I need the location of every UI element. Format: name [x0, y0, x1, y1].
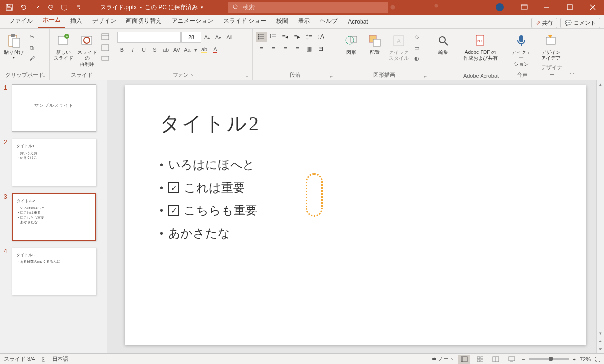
dialog-launcher-icon[interactable]: ⌐ — [246, 74, 248, 79]
section-icon[interactable] — [100, 53, 110, 63]
reuse-slides-button[interactable]: スライドの 再利用 — [76, 32, 98, 68]
shape-fill-icon[interactable]: ◇ — [412, 32, 422, 42]
sorter-view-icon[interactable] — [474, 355, 486, 364]
list-item[interactable]: •あかさたな — [160, 225, 551, 241]
shape-outline-icon[interactable]: ▭ — [412, 43, 422, 52]
list-item[interactable]: •✓これは重要 — [160, 180, 551, 196]
zoom-level[interactable]: 72% — [580, 356, 591, 362]
editing-button[interactable]: 編集 — [434, 32, 452, 56]
slide-title[interactable]: タイトル2 — [160, 110, 551, 137]
italic-icon[interactable]: I — [128, 45, 138, 54]
tab-insert[interactable]: 挿入 — [65, 15, 87, 28]
maximize-icon[interactable] — [558, 0, 581, 15]
tab-transitions[interactable]: 画面切り替え — [121, 15, 167, 28]
from-beginning-icon[interactable] — [59, 1, 71, 14]
slide-editor-area[interactable]: タイトル2 •いろはにほへと •✓これは重要 •✓こちらも重要 •あかさたな ▴… — [107, 80, 604, 353]
adobe-pdf-button[interactable]: PDF Adobe PDF の 作成および共有 — [458, 32, 503, 62]
undo-dropdown-icon[interactable] — [31, 1, 44, 14]
slideshow-view-icon[interactable] — [506, 355, 518, 364]
arrange-button[interactable]: 配置 — [364, 32, 386, 56]
next-slide-icon[interactable]: ⏷ — [597, 345, 604, 353]
new-slide-button[interactable]: + 新しい スライド — [53, 32, 74, 62]
clear-format-icon[interactable]: A⃠ — [224, 32, 234, 42]
design-ideas-button[interactable]: デザイン アイデア — [540, 32, 562, 62]
zoom-out-icon[interactable]: − — [522, 356, 525, 362]
align-right-icon[interactable]: ≡ — [280, 44, 291, 53]
qat-more-icon[interactable] — [72, 1, 85, 14]
zoom-in-icon[interactable]: + — [573, 356, 576, 362]
tab-acrobat[interactable]: Acrobat — [343, 16, 373, 28]
slide-thumbnail[interactable]: 4 タイトル3・ある日森のms くるるんに — [4, 248, 103, 295]
font-color-icon[interactable]: A — [210, 45, 220, 54]
scroll-up-icon[interactable]: ▴ — [597, 80, 604, 88]
paste-button[interactable]: 貼り付け ▾ — [3, 32, 25, 61]
shapes-button[interactable]: 図形 — [340, 32, 362, 56]
tab-design[interactable]: デザイン — [87, 15, 121, 28]
change-case-icon[interactable]: Aa — [182, 45, 192, 54]
slide-thumbnail[interactable]: 1 サンプルスライド — [4, 84, 103, 132]
copy-icon[interactable]: ⧉ — [27, 43, 37, 52]
tab-animations[interactable]: アニメーション — [167, 15, 218, 28]
accessibility-icon[interactable]: ⎘ — [42, 356, 45, 362]
dictation-button[interactable]: ディクテー ション — [510, 32, 532, 68]
tab-help[interactable]: ヘルプ — [315, 15, 343, 28]
ribbon-display-icon[interactable] — [513, 0, 536, 15]
tab-review[interactable]: 校閲 — [271, 15, 293, 28]
slide-body-list[interactable]: •いろはにほへと •✓これは重要 •✓こちらも重要 •あかさたな — [160, 157, 551, 241]
font-family-select[interactable] — [117, 32, 181, 43]
decrease-font-icon[interactable]: A▾ — [213, 32, 223, 42]
reset-icon[interactable] — [100, 43, 110, 52]
align-text-icon[interactable]: ⊟ — [315, 44, 326, 53]
text-direction-icon[interactable]: ↕A — [315, 32, 326, 42]
minimize-icon[interactable] — [536, 0, 558, 15]
scroll-down-icon[interactable]: ▾ — [597, 329, 604, 337]
search-box[interactable]: 検索 — [228, 2, 388, 13]
slide-thumbnail[interactable]: 3 タイトル2・いろはにほへと ・☑これは重要 ・☑こちらも重要 ・あかさたな — [4, 193, 103, 241]
align-left-icon[interactable]: ≡ — [256, 44, 267, 53]
undo-icon[interactable] — [17, 1, 30, 14]
close-icon[interactable] — [581, 0, 604, 15]
save-icon[interactable] — [3, 1, 16, 14]
shadow-icon[interactable]: ab — [161, 45, 171, 54]
slide-thumbnail[interactable]: 2 タイトル1・おいうえお ・かきくけこ — [4, 139, 103, 186]
user-account[interactable] — [490, 0, 513, 15]
strike-icon[interactable]: S — [150, 45, 160, 54]
tab-slideshow[interactable]: スライド ショー — [218, 15, 271, 28]
columns-icon[interactable]: ▥ — [303, 44, 314, 53]
quick-styles-button[interactable]: A クイック スタイル — [388, 32, 410, 62]
layout-icon[interactable] — [100, 32, 110, 42]
line-spacing-icon[interactable]: ‡≡ — [303, 32, 314, 42]
collapse-ribbon-icon[interactable]: ︿ — [567, 29, 578, 80]
indent-dec-icon[interactable]: ≡◂ — [280, 32, 291, 42]
reading-view-icon[interactable] — [490, 355, 502, 364]
bullets-icon[interactable] — [256, 32, 267, 42]
prev-slide-icon[interactable]: ⏶ — [597, 337, 604, 345]
comments-button[interactable]: 💬コメント — [560, 18, 600, 28]
vertical-scrollbar[interactable]: ▴ ▾ ⏶ ⏷ — [596, 80, 604, 353]
numbering-icon[interactable]: 12 — [268, 32, 279, 42]
save-status-dropdown-icon[interactable]: ▾ — [201, 5, 203, 10]
highlight-icon[interactable]: ab — [199, 45, 209, 54]
tab-home[interactable]: ホーム — [38, 14, 65, 28]
justify-icon[interactable]: ≡ — [292, 44, 302, 53]
tab-view[interactable]: 表示 — [293, 15, 315, 28]
list-item[interactable]: •いろはにほへと — [160, 157, 551, 173]
redo-icon[interactable] — [45, 1, 58, 14]
dialog-launcher-icon[interactable]: ⌐ — [330, 74, 333, 79]
char-spacing-icon[interactable]: AV — [172, 45, 181, 54]
indent-inc-icon[interactable]: ≡▸ — [292, 32, 302, 42]
underline-icon[interactable]: U — [139, 45, 149, 54]
fit-to-window-icon[interactable]: ⛶ — [595, 356, 600, 362]
dialog-launcher-icon[interactable]: ⌐ — [424, 74, 427, 79]
current-slide[interactable]: タイトル2 •いろはにほへと •✓これは重要 •✓こちらも重要 •あかさたな — [125, 85, 586, 345]
font-size-input[interactable] — [181, 32, 201, 43]
normal-view-icon[interactable] — [458, 355, 470, 364]
slide-counter[interactable]: スライド 3/4 — [4, 355, 35, 363]
notes-button[interactable]: ≐ ノート — [432, 355, 454, 363]
zoom-slider[interactable] — [529, 358, 569, 360]
tab-file[interactable]: ファイル — [4, 15, 38, 28]
cut-icon[interactable]: ✂ — [27, 32, 37, 42]
shape-effects-icon[interactable]: ◐ — [412, 53, 422, 63]
bold-icon[interactable]: B — [117, 45, 127, 54]
dialog-launcher-icon[interactable]: ⌐ — [43, 74, 45, 79]
